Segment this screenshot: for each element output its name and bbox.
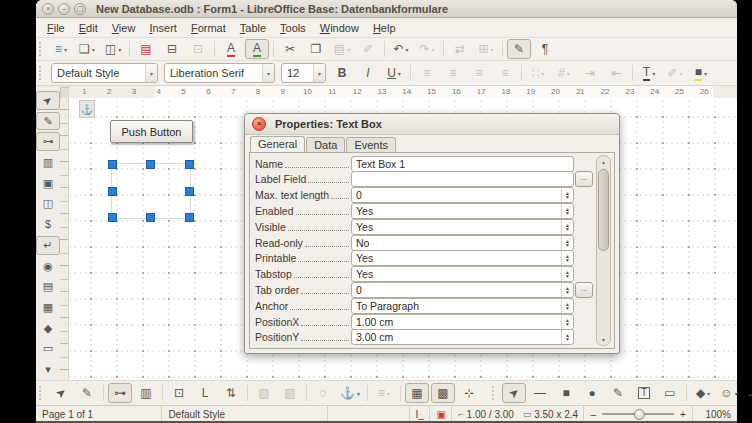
font-size-combo[interactable]: 12 ▾ bbox=[281, 63, 326, 83]
handle-nw[interactable] bbox=[108, 160, 117, 169]
control-wizards-icon[interactable]: ⊶ bbox=[36, 132, 60, 151]
italic-icon[interactable]: I bbox=[356, 63, 380, 83]
window-close-button[interactable]: × bbox=[42, 3, 54, 15]
basic-shapes-icon[interactable]: ◆▾ bbox=[691, 383, 715, 403]
label-field-more-button[interactable]: ... bbox=[575, 171, 593, 187]
dialog-scrollbar[interactable]: ▴ ▾ bbox=[596, 155, 611, 346]
insert-text-box-icon[interactable]: T bbox=[632, 383, 656, 403]
combo-dropdown-arrow[interactable]: ▾ bbox=[262, 64, 274, 82]
symbol-shapes-icon[interactable]: ☺▾ bbox=[717, 383, 741, 403]
combo-dropdown-arrow[interactable]: ▾ bbox=[313, 64, 325, 82]
select-icon[interactable]: ➤ bbox=[36, 91, 60, 110]
scrollbar-thumb[interactable] bbox=[598, 169, 609, 251]
snap-to-grid-icon[interactable]: ▩ bbox=[431, 383, 455, 403]
max-text-length-field[interactable]: 0▲▼ bbox=[351, 187, 574, 203]
view-form-design-icon[interactable]: ≡▾ bbox=[49, 39, 73, 59]
visible-spinner[interactable]: ▲▼ bbox=[561, 220, 573, 234]
tab-order-spinner[interactable]: ▲▼ bbox=[561, 283, 573, 297]
highlight-color-dropdown-arrow[interactable]: ▾ bbox=[680, 70, 683, 77]
check-box-icon[interactable]: ◫ bbox=[36, 195, 60, 214]
font-color-icon[interactable]: T▾ bbox=[637, 63, 661, 83]
underline-icon[interactable]: U▾ bbox=[382, 63, 406, 83]
menu-edit[interactable]: Edit bbox=[72, 20, 105, 36]
zoom-track[interactable] bbox=[602, 413, 674, 415]
helplines-while-moving-icon[interactable]: ⊹ bbox=[457, 383, 481, 403]
menu-tools[interactable]: Tools bbox=[273, 20, 313, 36]
option-button-icon[interactable]: ◉ bbox=[36, 257, 60, 276]
activation-order-icon[interactable]: ⇅ bbox=[219, 383, 243, 403]
handle-ne[interactable] bbox=[185, 160, 194, 169]
tab-data[interactable]: Data bbox=[306, 137, 345, 153]
label-field-icon[interactable]: ▥ bbox=[36, 153, 60, 172]
positionx-spinner[interactable]: ▲▼ bbox=[561, 315, 573, 329]
status-page-style[interactable]: Default Style bbox=[162, 406, 327, 422]
vertical-ruler[interactable] bbox=[60, 98, 69, 380]
menu-view[interactable]: View bbox=[105, 20, 143, 36]
font-color-dropdown-arrow[interactable]: ▾ bbox=[652, 70, 655, 77]
bold-icon[interactable]: B bbox=[330, 63, 354, 83]
bullet-list-dropdown-arrow[interactable]: ▾ bbox=[541, 70, 544, 77]
toolbar-grip[interactable] bbox=[39, 386, 44, 400]
tab-order-more-button[interactable]: ... bbox=[575, 282, 593, 298]
menu-insert[interactable]: Insert bbox=[142, 20, 184, 36]
anchor-icon[interactable]: ⚓▾ bbox=[337, 383, 363, 403]
selected-text-box-control[interactable] bbox=[111, 163, 191, 219]
handle-sw[interactable] bbox=[108, 213, 117, 222]
numbered-list-dropdown-arrow[interactable]: ▾ bbox=[567, 70, 570, 77]
window-maximize-button[interactable]: ▢ bbox=[74, 3, 86, 15]
tab-general[interactable]: General bbox=[250, 136, 305, 153]
more-controls-icon[interactable]: ▾ bbox=[36, 360, 60, 379]
automatic-control-focus-icon[interactable]: ◌ bbox=[311, 383, 335, 403]
enabled-field[interactable]: Yes▲▼ bbox=[351, 203, 574, 219]
symbol-shapes-dropdown-arrow[interactable]: ▾ bbox=[735, 390, 738, 397]
form-navigator-icon[interactable]: ⊡ bbox=[167, 383, 191, 403]
printable-spinner[interactable]: ▲▼ bbox=[561, 251, 573, 265]
formatted-field-icon[interactable]: $ bbox=[36, 215, 60, 234]
auto-spellcheck-icon[interactable]: A bbox=[245, 39, 269, 59]
handle-e[interactable] bbox=[185, 187, 194, 196]
font-name-combo[interactable]: Liberation Serif ▾ bbox=[164, 63, 275, 83]
image-control-icon[interactable]: ▭ bbox=[36, 340, 60, 359]
ellipse-icon[interactable]: ● bbox=[580, 383, 604, 403]
titlebar[interactable]: × – ▢ New Database.odb : Form1 - LibreOf… bbox=[36, 0, 737, 18]
design-mode-icon[interactable]: ✎ bbox=[36, 112, 60, 131]
scroll-up-arrow[interactable]: ▴ bbox=[597, 158, 610, 165]
window-minimize-button[interactable]: – bbox=[58, 3, 70, 15]
print-icon[interactable]: ⊟ bbox=[160, 39, 184, 59]
undo-icon[interactable]: ↶▾ bbox=[389, 39, 413, 59]
display-grid-icon[interactable]: ▦ bbox=[405, 383, 429, 403]
anchor-field[interactable]: To Paragraph▲▼ bbox=[351, 298, 574, 314]
handle-n[interactable] bbox=[146, 160, 155, 169]
menu-format[interactable]: Format bbox=[184, 20, 233, 36]
save-dropdown-arrow[interactable]: ▾ bbox=[118, 46, 121, 53]
label-field-field[interactable] bbox=[351, 171, 574, 187]
read-only-field[interactable]: No▲▼ bbox=[351, 235, 574, 251]
printable-field[interactable]: Yes▲▼ bbox=[351, 250, 574, 266]
background-color-dropdown-arrow[interactable]: ▾ bbox=[704, 70, 707, 77]
handle-se[interactable] bbox=[185, 213, 194, 222]
design-mode-icon[interactable]: ✎ bbox=[507, 39, 531, 59]
insert-table-dropdown-arrow[interactable]: ▾ bbox=[491, 46, 494, 53]
undo-dropdown-arrow[interactable]: ▾ bbox=[406, 46, 409, 53]
zoom-out-button[interactable]: – bbox=[590, 409, 596, 420]
tabstop-field[interactable]: Yes▲▼ bbox=[351, 266, 574, 282]
basic-shapes-dropdown-arrow[interactable]: ▾ bbox=[707, 390, 710, 397]
export-pdf-icon[interactable]: ▤ bbox=[134, 39, 158, 59]
dialog-titlebar[interactable]: × Properties: Text Box bbox=[245, 114, 619, 135]
formatting-marks-icon[interactable]: ¶ bbox=[533, 39, 557, 59]
anchor-dropdown-arrow[interactable]: ▾ bbox=[357, 390, 360, 397]
redo-dropdown-arrow[interactable]: ▾ bbox=[432, 46, 435, 53]
align-dropdown-arrow[interactable]: ▾ bbox=[387, 390, 390, 397]
freeform-line-icon[interactable]: ✎ bbox=[606, 383, 630, 403]
select-icon[interactable]: ➤ bbox=[502, 383, 526, 403]
form-properties-icon[interactable]: ▥ bbox=[134, 383, 158, 403]
open-icon[interactable]: ❏▾ bbox=[75, 39, 99, 59]
tab-events[interactable]: Events bbox=[346, 137, 396, 153]
rectangle-icon[interactable]: ■ bbox=[554, 383, 578, 403]
status-modified-icon[interactable]: ▣ bbox=[430, 406, 451, 422]
positionx-field[interactable]: 1.00 cm▲▼ bbox=[351, 314, 574, 330]
control-properties-icon[interactable]: ⊶ bbox=[108, 383, 132, 403]
callout-frame-icon[interactable]: ▭ bbox=[658, 383, 682, 403]
read-only-spinner[interactable]: ▲▼ bbox=[561, 236, 573, 250]
status-insert-mode[interactable]: I_ bbox=[410, 406, 430, 422]
